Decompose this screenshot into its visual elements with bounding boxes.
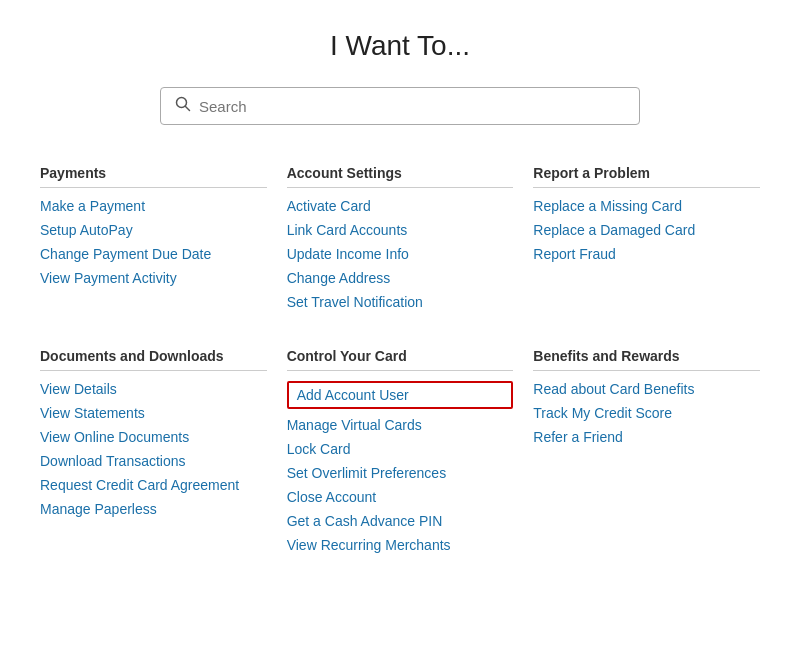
svg-line-1	[186, 107, 190, 111]
link-replace-missing[interactable]: Replace a Missing Card	[533, 198, 760, 214]
section-header-account-settings: Account Settings	[287, 165, 514, 188]
link-lock-card[interactable]: Lock Card	[287, 441, 514, 457]
page-title: I Want To...	[40, 30, 760, 62]
link-set-overlimit[interactable]: Set Overlimit Preferences	[287, 465, 514, 481]
link-read-card-benefits[interactable]: Read about Card Benefits	[533, 381, 760, 397]
section-report-problem: Report a Problem Replace a Missing Card …	[533, 165, 760, 318]
section-header-benefits: Benefits and Rewards	[533, 348, 760, 371]
link-view-recurring[interactable]: View Recurring Merchants	[287, 537, 514, 553]
link-view-payment-activity[interactable]: View Payment Activity	[40, 270, 267, 286]
link-replace-damaged[interactable]: Replace a Damaged Card	[533, 222, 760, 238]
link-link-card-accounts[interactable]: Link Card Accounts	[287, 222, 514, 238]
section-payments: Payments Make a Payment Setup AutoPay Ch…	[40, 165, 267, 318]
link-view-statements[interactable]: View Statements	[40, 405, 267, 421]
link-activate-card[interactable]: Activate Card	[287, 198, 514, 214]
link-manage-virtual-cards[interactable]: Manage Virtual Cards	[287, 417, 514, 433]
link-setup-autopay[interactable]: Setup AutoPay	[40, 222, 267, 238]
section-header-documents: Documents and Downloads	[40, 348, 267, 371]
section-account-settings: Account Settings Activate Card Link Card…	[287, 165, 514, 318]
link-add-account-user[interactable]: Add Account User	[287, 381, 514, 409]
link-request-agreement[interactable]: Request Credit Card Agreement	[40, 477, 267, 493]
link-view-details[interactable]: View Details	[40, 381, 267, 397]
link-change-address[interactable]: Change Address	[287, 270, 514, 286]
sections-grid: Payments Make a Payment Setup AutoPay Ch…	[40, 165, 760, 591]
search-input[interactable]	[199, 98, 625, 115]
section-header-payments: Payments	[40, 165, 267, 188]
search-box	[160, 87, 640, 125]
link-set-travel[interactable]: Set Travel Notification	[287, 294, 514, 310]
section-header-report-problem: Report a Problem	[533, 165, 760, 188]
search-container	[40, 87, 760, 125]
link-manage-paperless[interactable]: Manage Paperless	[40, 501, 267, 517]
section-control-your-card: Control Your Card Add Account User Manag…	[287, 348, 514, 561]
section-documents-downloads: Documents and Downloads View Details Vie…	[40, 348, 267, 561]
section-header-control-card: Control Your Card	[287, 348, 514, 371]
search-icon	[175, 96, 191, 116]
link-change-due-date[interactable]: Change Payment Due Date	[40, 246, 267, 262]
link-track-credit-score[interactable]: Track My Credit Score	[533, 405, 760, 421]
link-refer-friend[interactable]: Refer a Friend	[533, 429, 760, 445]
link-close-account[interactable]: Close Account	[287, 489, 514, 505]
link-update-income[interactable]: Update Income Info	[287, 246, 514, 262]
link-cash-advance-pin[interactable]: Get a Cash Advance PIN	[287, 513, 514, 529]
section-benefits-rewards: Benefits and Rewards Read about Card Ben…	[533, 348, 760, 561]
link-make-payment[interactable]: Make a Payment	[40, 198, 267, 214]
link-download-transactions[interactable]: Download Transactions	[40, 453, 267, 469]
link-view-online-docs[interactable]: View Online Documents	[40, 429, 267, 445]
link-report-fraud[interactable]: Report Fraud	[533, 246, 760, 262]
